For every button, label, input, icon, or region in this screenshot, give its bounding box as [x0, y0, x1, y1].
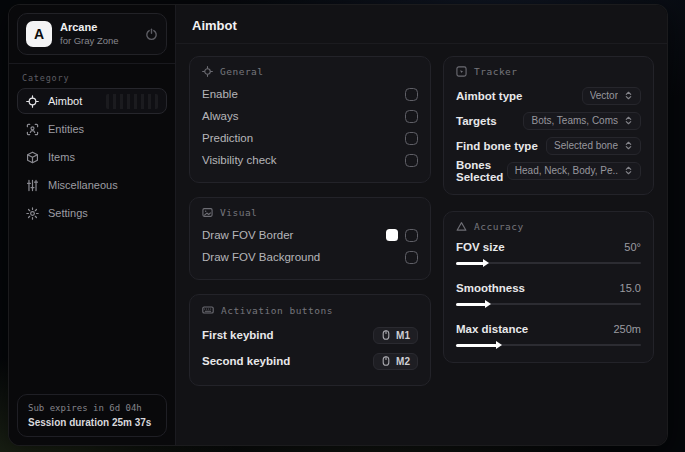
setting-row: Draw FOV Background [202, 246, 418, 268]
slider-label: Smoothness [456, 282, 525, 294]
setting-row: Enable [202, 83, 418, 105]
bones-selected-dropdown[interactable]: Head, Neck, Body, Pe.. [507, 162, 641, 180]
general-card-header: General [202, 66, 418, 77]
max-distance-slider[interactable] [456, 341, 641, 349]
slider-row: FOV size 50° [456, 238, 641, 267]
triangle-icon [456, 221, 467, 232]
accuracy-card-header: Accuracy [456, 221, 641, 232]
sidebar-item-entities[interactable]: Entities [17, 116, 167, 142]
main-header: Aimbot [176, 5, 667, 44]
image-icon [202, 207, 213, 218]
subscription-card: Sub expires in 6d 04h Session duration 2… [17, 394, 167, 437]
keybind-value: M1 [396, 330, 410, 341]
visibility-check-checkbox[interactable] [405, 154, 418, 167]
setting-label: Always [202, 110, 238, 122]
tracker-row: Targets Bots, Teams, Coms [456, 108, 641, 133]
sidebar-item-miscellaneous[interactable]: Miscellaneous [17, 172, 167, 198]
entities-icon [26, 123, 39, 136]
sub-expires-text: Sub expires in 6d 04h [28, 403, 156, 413]
app-header-card: A Arcane for Gray Zone [17, 13, 167, 55]
fov-size-slider[interactable] [456, 259, 641, 267]
slider-row: Max distance 250m [456, 320, 641, 349]
slider-label: FOV size [456, 241, 505, 253]
tracker-card-header: Tracker [456, 66, 641, 77]
keybind-label: First keybind [202, 329, 274, 341]
app-name: Arcane [60, 21, 137, 35]
power-icon[interactable] [145, 28, 158, 41]
category-label: Category [9, 64, 175, 88]
slider-fill [456, 344, 497, 347]
desktop-background: A Arcane for Gray Zone Category [0, 0, 685, 452]
smoothness-slider[interactable] [456, 300, 641, 308]
tracker-card: Tracker Aimbot type Vector [443, 56, 654, 195]
card-title: Activation buttons [221, 305, 333, 316]
slider-value: 250m [613, 323, 641, 335]
dropdown-value: Bots, Teams, Coms [531, 115, 618, 126]
first-keybind-button[interactable]: M1 [373, 327, 418, 344]
left-column: General Enable Always Prediction [189, 56, 431, 386]
chevron-up-down-icon [624, 91, 633, 100]
sidebar-item-items[interactable]: Items [17, 144, 167, 170]
keybind-row: Second keybind M2 [202, 348, 418, 374]
aimbot-type-dropdown[interactable]: Vector [582, 87, 641, 105]
main-content: General Enable Always Prediction [176, 44, 667, 398]
sliders-icon [26, 179, 39, 192]
card-title: Tracker [474, 66, 518, 77]
setting-row: Draw FOV Border [202, 224, 418, 246]
slider-fill [456, 303, 486, 306]
fov-border-checkbox[interactable] [405, 229, 418, 242]
chevron-up-down-icon [624, 141, 633, 150]
app-window: A Arcane for Gray Zone Category [8, 4, 668, 446]
setting-label: Enable [202, 88, 238, 100]
session-duration-text: Session duration 25m 37s [28, 417, 156, 428]
color-swatch[interactable] [386, 229, 398, 241]
watermark [106, 94, 158, 109]
setting-row: Prediction [202, 127, 418, 149]
slider-fill [456, 262, 484, 265]
page-title: Aimbot [192, 18, 651, 33]
setting-row: Always [202, 105, 418, 127]
slider-value: 50° [624, 241, 641, 253]
enable-checkbox[interactable] [405, 88, 418, 101]
mouse-icon [381, 330, 391, 340]
sidebar-nav: Aimbot Entities [9, 88, 175, 226]
chevron-up-down-icon [624, 116, 633, 125]
keyboard-icon [202, 304, 214, 316]
accuracy-card: Accuracy FOV size 50° [443, 211, 654, 363]
dropdown-value: Head, Neck, Body, Pe.. [515, 165, 618, 176]
gear-icon [26, 207, 39, 220]
card-title: Visual [220, 207, 257, 218]
second-keybind-button[interactable]: M2 [373, 353, 418, 370]
slider-row: Smoothness 15.0 [456, 279, 641, 308]
general-card: General Enable Always Prediction [189, 56, 431, 183]
visual-card: Visual Draw FOV Border Draw FOV Backgrou… [189, 197, 431, 280]
sidebar-item-aimbot[interactable]: Aimbot [17, 88, 167, 114]
app-titles: Arcane for Gray Zone [60, 21, 137, 47]
setting-label: Prediction [202, 132, 253, 144]
right-column: Tracker Aimbot type Vector [443, 56, 654, 363]
crosshair-icon [26, 95, 39, 108]
sidebar-item-settings[interactable]: Settings [17, 200, 167, 226]
find-bone-type-dropdown[interactable]: Selected bone [546, 137, 641, 155]
dropdown-value: Selected bone [554, 140, 618, 151]
main-panel: Aimbot General [176, 5, 667, 445]
box-icon [26, 151, 39, 164]
activation-card: Activation buttons First keybind M1 [189, 294, 431, 386]
setting-controls [386, 229, 418, 242]
visual-card-header: Visual [202, 207, 418, 218]
always-checkbox[interactable] [405, 110, 418, 123]
prediction-checkbox[interactable] [405, 132, 418, 145]
tracker-label: Aimbot type [456, 90, 522, 102]
setting-label: Visibility check [202, 154, 277, 166]
activation-card-header: Activation buttons [202, 304, 418, 316]
setting-label: Draw FOV Background [202, 251, 320, 263]
sidebar-item-label: Aimbot [48, 95, 82, 107]
sidebar-item-label: Settings [48, 207, 88, 219]
setting-row: Visibility check [202, 149, 418, 171]
keybind-value: M2 [396, 356, 410, 367]
sidebar-item-label: Entities [48, 123, 84, 135]
targets-dropdown[interactable]: Bots, Teams, Coms [523, 112, 641, 130]
tracker-label: Targets [456, 115, 497, 127]
sidebar: A Arcane for Gray Zone Category [9, 5, 176, 445]
fov-background-checkbox[interactable] [405, 251, 418, 264]
